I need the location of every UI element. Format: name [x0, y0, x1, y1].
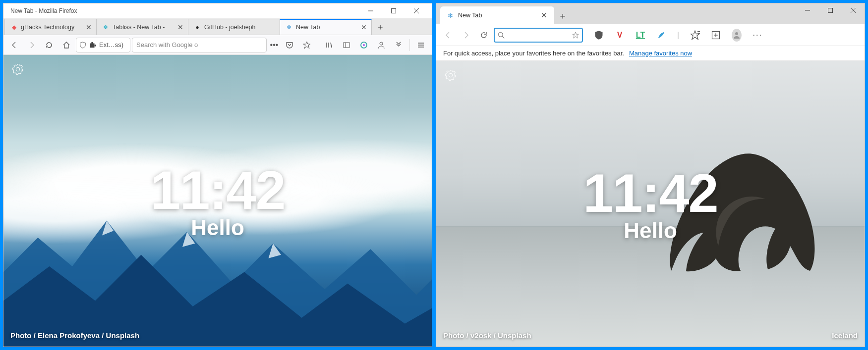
reload-button[interactable]	[41, 37, 57, 53]
tab-newtab[interactable]: ❄ New Tab ✕	[440, 6, 554, 24]
firefox-content: 11:42 Hello Photo / Elena Prokofyeva / U…	[3, 55, 432, 347]
svg-rect-21	[828, 8, 833, 13]
back-button[interactable]	[440, 27, 456, 43]
ublock-icon[interactable]	[594, 30, 604, 40]
tab-label: New Tab	[458, 12, 482, 19]
favicon-icon: ●	[193, 23, 201, 31]
url-text: Ext…ss)	[99, 41, 123, 49]
svg-rect-7	[91, 42, 93, 44]
maximize-button[interactable]	[819, 3, 842, 17]
edge-toolbar: V LT | ···	[436, 24, 865, 46]
profile-button[interactable]	[373, 37, 389, 53]
minimize-button[interactable]	[359, 4, 382, 18]
toolbar-divider	[409, 39, 410, 51]
overflow-button[interactable]	[391, 37, 406, 53]
new-tab-button[interactable]: ＋	[371, 19, 388, 35]
favicon-icon: ◆	[10, 23, 18, 31]
edge-window: ❄ New Tab ✕ ＋ V LT	[436, 3, 865, 347]
svg-rect-8	[95, 45, 97, 47]
favorites-button[interactable]	[690, 30, 700, 40]
address-bar[interactable]	[494, 28, 583, 43]
tab-label: gHacks Technology	[21, 24, 84, 31]
search-placeholder: Search with Google o	[136, 41, 198, 49]
favorites-hint: For quick access, place your favorites h…	[443, 50, 624, 57]
greeting-text: Hello	[624, 218, 677, 243]
address-input[interactable]	[508, 31, 569, 39]
tab-close-icon[interactable]: ✕	[176, 23, 185, 32]
svg-rect-3	[392, 9, 396, 13]
new-tab-button[interactable]: ＋	[554, 7, 571, 24]
tab-ghacks[interactable]: ◆ gHacks Technology ✕	[4, 19, 97, 35]
svg-point-16	[380, 42, 383, 45]
tab-github[interactable]: ● GitHub - joelsheph	[188, 19, 280, 35]
minimize-button[interactable]	[796, 3, 819, 17]
toolbar-divider	[318, 39, 318, 51]
greeting-text: Hello	[191, 215, 244, 240]
sidebar-button[interactable]	[339, 37, 354, 53]
forward-button[interactable]	[24, 37, 40, 53]
bookmark-star-button[interactable]	[299, 37, 315, 53]
search-icon	[498, 32, 505, 39]
edge-titlebar: ❄ New Tab ✕ ＋	[436, 3, 865, 24]
firefox-tabstrip: ◆ gHacks Technology ✕ ❄ Tabliss - New Ta…	[3, 18, 432, 35]
tab-label: GitHub - joelsheph	[204, 24, 277, 31]
page-actions-button[interactable]: •••	[268, 37, 280, 53]
photo-credit: Photo / Elena Prokofyeva / Unsplash	[10, 331, 139, 340]
tab-label: Tabliss - New Tab -	[113, 24, 176, 31]
tab-close-icon[interactable]: ✕	[84, 23, 93, 32]
maximize-button[interactable]	[382, 4, 405, 18]
svg-point-15	[363, 44, 365, 46]
pocket-button[interactable]	[282, 37, 297, 53]
svg-rect-6	[90, 43, 95, 48]
svg-line-11	[331, 43, 332, 48]
tabliss-overlay: 11:42 Hello	[3, 55, 432, 347]
tab-label: New Tab	[296, 24, 359, 31]
favorites-bar: For quick access, place your favorites h…	[436, 46, 865, 61]
extension-icon[interactable]	[656, 30, 666, 40]
edge-content: 11:42 Hello Photo / v2osk / Unsplash Ice…	[436, 61, 865, 347]
tab-tabliss[interactable]: ❄ Tabliss - New Tab - ✕	[96, 19, 188, 35]
collections-button[interactable]	[711, 30, 721, 40]
extension-icon	[89, 42, 96, 49]
firefox-titlebar: New Tab - Mozilla Firefox	[3, 3, 432, 18]
home-button[interactable]	[58, 37, 74, 53]
favicon-icon: ❄	[102, 23, 110, 31]
window-title: New Tab - Mozilla Firefox	[10, 7, 359, 14]
shield-icon	[79, 42, 86, 49]
photo-credit: Photo / v2osk / Unsplash	[443, 331, 531, 340]
url-bar[interactable]: Ext…ss)	[76, 38, 130, 52]
extension-icon[interactable]: V	[615, 30, 625, 40]
clock-time: 11:42	[583, 164, 717, 222]
photo-location: Iceland	[832, 331, 858, 340]
favorite-star-icon[interactable]	[572, 32, 579, 39]
app-menu-button[interactable]	[413, 37, 429, 53]
tab-newtab[interactable]: ❄ New Tab ✕	[280, 19, 372, 35]
forward-button[interactable]	[458, 27, 474, 43]
extensions-area: V LT | ···	[594, 30, 762, 40]
manage-favorites-link[interactable]: Manage favorites now	[629, 50, 692, 57]
svg-line-25	[502, 36, 504, 38]
library-button[interactable]	[321, 37, 337, 53]
tabliss-icon: ❄	[285, 23, 293, 31]
svg-point-31	[735, 32, 738, 35]
profile-button[interactable]	[732, 30, 742, 40]
tab-close-icon[interactable]: ✕	[359, 23, 368, 32]
close-button[interactable]	[842, 3, 865, 17]
settings-menu-button[interactable]: ···	[752, 30, 762, 40]
clock-time: 11:42	[150, 161, 285, 219]
firefox-toolbar: Ext…ss) Search with Google o •••	[3, 35, 432, 55]
tabliss-overlay: 11:42 Hello	[436, 61, 865, 347]
svg-rect-12	[344, 43, 349, 48]
tabliss-icon: ❄	[446, 11, 454, 19]
extension-icon[interactable]: LT	[636, 30, 645, 40]
back-button[interactable]	[6, 37, 22, 53]
close-button[interactable]	[405, 4, 428, 18]
fxaccount-button[interactable]	[356, 37, 372, 53]
refresh-button[interactable]	[476, 27, 492, 43]
search-bar[interactable]: Search with Google o	[132, 38, 267, 52]
tab-close-icon[interactable]: ✕	[539, 11, 549, 20]
firefox-window: New Tab - Mozilla Firefox ◆ gHacks Techn…	[3, 3, 432, 347]
